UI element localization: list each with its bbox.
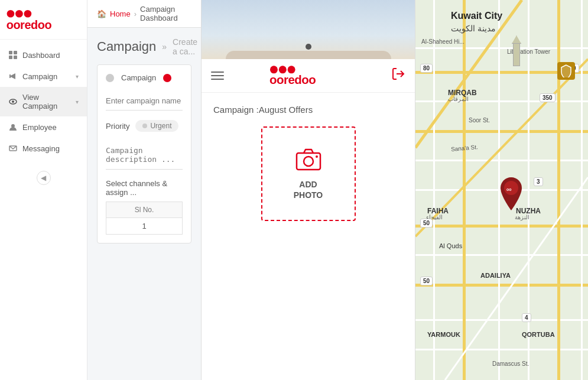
map-area-al-quds: Al Quds <box>439 242 462 249</box>
road-h4-major <box>415 130 588 133</box>
svg-point-14 <box>287 66 295 73</box>
priority-badge[interactable]: Urgent <box>135 120 178 132</box>
map-area-nuzha-arabic: النزهة <box>515 214 529 220</box>
map-area-qortuba: QORTUBA <box>522 331 555 338</box>
svg-rect-4 <box>9 51 12 54</box>
table-header: Sl No. <box>106 202 183 218</box>
sidebar-collapse-button[interactable]: ◀ <box>37 171 51 185</box>
svg-rect-6 <box>9 56 12 59</box>
hamburger-line-3 <box>211 79 224 80</box>
priority-label: Priority <box>106 122 129 131</box>
person-icon <box>8 122 18 132</box>
phone-camera <box>306 44 311 50</box>
megaphone-icon <box>8 72 18 81</box>
road-h11 <box>415 349 588 350</box>
road-h9-major <box>415 284 588 287</box>
sidebar-logo: ooredoo <box>0 0 87 40</box>
home-icon: 🏠 <box>97 9 106 18</box>
hamburger-menu-button[interactable] <box>211 72 224 80</box>
road-h7-major <box>415 225 588 228</box>
sidebar-item-campaign-label: Campaign <box>22 72 71 81</box>
map-street-al-shaheed: Al-Shaheed Hi... <box>421 38 464 45</box>
eye-icon <box>8 97 18 106</box>
map-street-soor: Soor St. <box>469 117 490 124</box>
add-photo-button[interactable]: ADD PHOTO <box>261 126 356 221</box>
sidebar-item-messaging-label: Messaging <box>22 144 79 153</box>
sidebar-item-dashboard[interactable]: Dashboard <box>0 44 87 66</box>
mobile-ooredoo-logo-svg: ooredoo <box>269 65 346 86</box>
sidebar-item-employee-label: Employee <box>22 123 79 132</box>
road-h10 <box>415 319 588 321</box>
map-area-mirqab-arabic: المرقاب <box>448 96 469 102</box>
campaign-name-input[interactable] <box>106 92 183 111</box>
road-badge-50: 50 <box>420 219 433 228</box>
map-street-damascus: Damascus St. <box>492 360 529 367</box>
sidebar-item-employee[interactable]: Employee <box>0 116 87 138</box>
phone-top-area <box>202 0 415 59</box>
view-campaign-chevron-icon: ▾ <box>76 99 79 105</box>
breadcrumb-current-page: Campaign Dashboard <box>140 5 191 22</box>
add-photo-label: ADD PHOTO <box>294 179 323 200</box>
breadcrumb-home-link[interactable]: Home <box>110 9 131 18</box>
svg-rect-7 <box>14 56 17 59</box>
page-title: Campaign » Create a ca... <box>97 37 191 56</box>
logo-svg: ooredoo <box>6 9 71 32</box>
sidebar-navigation: Dashboard Campaign ▾ <box>0 40 87 159</box>
road-v1 <box>433 0 435 380</box>
campaign-type-radio-campaign[interactable] <box>106 74 114 82</box>
sidebar-item-view-campaign[interactable]: View Campaign ▾ <box>0 87 87 116</box>
page-title-arrow: » <box>162 42 167 51</box>
svg-text:ooredoo: ooredoo <box>7 18 52 31</box>
mobile-content-area: Campaign :August Offers ADD PHOTO <box>202 93 415 380</box>
campaign-description-input[interactable] <box>106 141 183 170</box>
table-row: 1 <box>106 218 183 235</box>
sidebar-item-dashboard-label: Dashboard <box>22 51 79 60</box>
chevron-left-icon: ◀ <box>41 174 46 182</box>
logout-button[interactable] <box>391 67 405 85</box>
content-area: Campaign » Create a ca... Campaign <box>87 28 201 253</box>
svg-rect-5 <box>14 51 17 54</box>
radio-circle-inactive <box>106 74 114 82</box>
sidebar-item-messaging[interactable]: Messaging <box>0 138 87 159</box>
tower-structure <box>513 43 520 66</box>
campaign-name-display: Campaign :August Offers <box>213 105 313 115</box>
main-content-area: 🏠 Home › Campaign Dashboard Campaign » C… <box>87 0 201 380</box>
sidebar-item-view-campaign-label: View Campaign <box>22 93 71 111</box>
campaign-type-row: Campaign <box>106 73 183 82</box>
radio-circle-active <box>163 74 171 82</box>
admin-panel: ooredoo Dashboard <box>0 0 201 380</box>
road-h5 <box>415 160 588 161</box>
svg-point-19 <box>306 159 311 164</box>
shield-icon <box>560 64 572 77</box>
phone-frame-top <box>226 51 391 59</box>
map-background[interactable]: Kuwait City مدينة الكويت MIRQAB المرقاب … <box>415 0 588 380</box>
svg-point-0 <box>7 10 15 18</box>
mobile-header: ooredoo <box>202 59 415 93</box>
map-panel: Kuwait City مدينة الكويت MIRQAB المرقاب … <box>415 0 588 380</box>
map-location-pin: oo <box>498 177 524 203</box>
campaign-form-card: Campaign Priority Urgent <box>97 64 191 243</box>
road-h1 <box>415 47 588 49</box>
campaign-type-radio-other[interactable] <box>163 74 171 82</box>
road-v4 <box>528 0 529 380</box>
campaign-type-label: Campaign <box>121 73 156 82</box>
road-badge-80: 80 <box>420 64 433 73</box>
pin-svg: oo <box>498 177 524 210</box>
road-badge-4: 4 <box>522 313 531 322</box>
pin-shape: oo <box>498 177 524 203</box>
svg-point-12 <box>269 66 277 73</box>
sidebar-item-campaign[interactable]: Campaign ▾ <box>0 66 87 87</box>
road-v2-major <box>463 0 466 380</box>
svg-text:oo: oo <box>506 187 512 191</box>
sidebar: ooredoo Dashboard <box>0 0 87 380</box>
map-city-name-arabic: مدينة الكويت <box>451 24 496 33</box>
grid-icon <box>8 50 18 60</box>
mobile-logo: ooredoo <box>269 65 346 86</box>
road-badge-350: 350 <box>540 93 555 102</box>
svg-point-18 <box>304 157 313 166</box>
mobile-panel: ooredoo Campaign :August Offers <box>201 0 415 380</box>
priority-dot <box>142 124 147 128</box>
road-v5-major <box>557 0 560 380</box>
priority-row: Priority Urgent <box>106 120 183 132</box>
mail-icon <box>8 144 18 153</box>
